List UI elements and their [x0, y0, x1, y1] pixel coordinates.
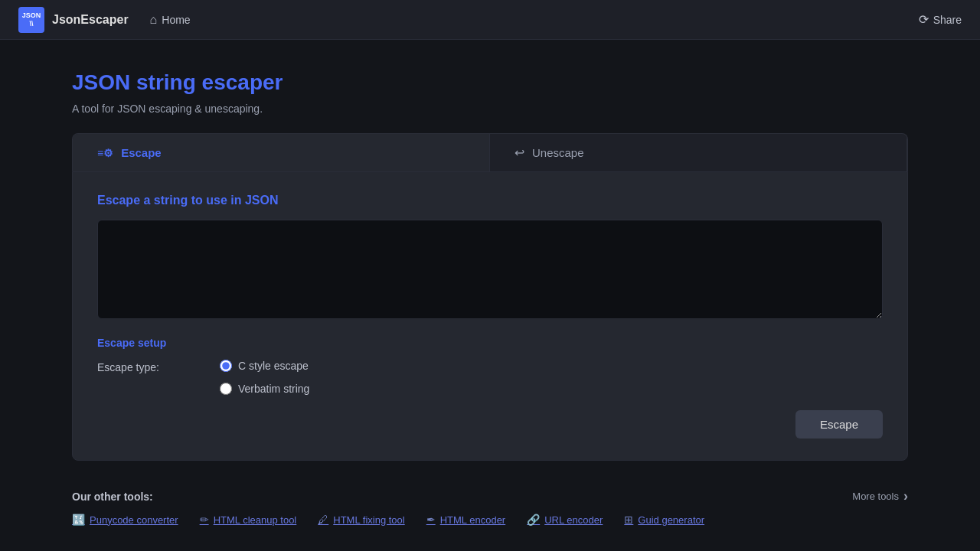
- tab-unescape-label: Unescape: [532, 146, 584, 159]
- radio-group: C style escape Verbatim string: [220, 360, 309, 395]
- navbar: JSON\\ JsonEscaper Home Share: [0, 0, 980, 40]
- page-title: JSON string escaper: [72, 70, 908, 95]
- tool-label-url-encoder: URL encoder: [544, 514, 603, 526]
- app-name: JsonEscaper: [52, 13, 129, 27]
- tool-icon-guid-generator: ⊞: [624, 514, 633, 526]
- chevron-right-icon: [903, 488, 908, 504]
- tool-label-html-fixing: HTML fixing tool: [333, 514, 404, 526]
- unescape-tab-icon: [514, 145, 524, 161]
- radio-c-style[interactable]: C style escape: [220, 360, 309, 372]
- footer-tools-header: Our other tools: More tools: [72, 488, 908, 504]
- share-button[interactable]: Share: [919, 12, 962, 27]
- tool-link-html-cleanup[interactable]: ✏HTML cleanup tool: [200, 514, 297, 526]
- tool-label-guid-generator: Guid generator: [638, 514, 704, 526]
- escape-tab-icon: [97, 145, 113, 161]
- tool-icon-punycode: 🔣: [72, 514, 85, 526]
- main-content: JSON string escaper A tool for JSON esca…: [54, 40, 926, 541]
- tools-list: 🔣Punycode converter✏HTML cleanup tool🖊HT…: [72, 514, 908, 526]
- home-link[interactable]: Home: [150, 13, 191, 27]
- share-label: Share: [933, 14, 962, 26]
- home-label: Home: [162, 14, 190, 26]
- tab-unescape[interactable]: Unescape: [490, 134, 907, 171]
- tool-panel: Escape a string to use in JSON Escape se…: [72, 171, 908, 461]
- home-icon: [150, 13, 158, 27]
- escape-setup-title: Escape setup: [97, 337, 883, 349]
- escape-type-row: Escape type: C style escape Verbatim str…: [97, 360, 883, 395]
- escape-button[interactable]: Escape: [795, 410, 883, 439]
- page-subtitle: A tool for JSON escaping & unescaping.: [72, 103, 908, 115]
- more-tools-label: More tools: [852, 491, 899, 502]
- radio-verbatim[interactable]: Verbatim string: [220, 383, 309, 395]
- tool-icon-html-fixing: 🖊: [318, 514, 328, 526]
- share-icon: [919, 12, 929, 27]
- other-tools-label: Our other tools:: [72, 491, 153, 503]
- radio-verbatim-label: Verbatim string: [238, 383, 309, 395]
- logo-box: JSON\\: [18, 7, 44, 33]
- tool-link-punycode[interactable]: 🔣Punycode converter: [72, 514, 178, 526]
- escape-type-label: Escape type:: [97, 360, 220, 373]
- tool-label-html-cleanup: HTML cleanup tool: [214, 514, 297, 526]
- tool-label-html-encoder: HTML encoder: [440, 514, 506, 526]
- section-title: Escape a string to use in JSON: [97, 194, 883, 207]
- tool-link-html-fixing[interactable]: 🖊HTML fixing tool: [318, 514, 404, 526]
- radio-c-style-input[interactable]: [220, 360, 232, 372]
- action-row: Escape: [97, 410, 883, 439]
- radio-c-style-label: C style escape: [238, 360, 309, 372]
- app-logo[interactable]: JSON\\ JsonEscaper: [18, 7, 129, 33]
- tool-icon-html-encoder: ✒: [426, 514, 436, 526]
- tab-escape[interactable]: Escape: [73, 134, 490, 171]
- tool-icon-html-cleanup: ✏: [200, 514, 209, 526]
- tool-link-html-encoder[interactable]: ✒HTML encoder: [426, 514, 506, 526]
- tab-escape-label: Escape: [121, 146, 162, 159]
- tool-icon-url-encoder: 🔗: [527, 514, 540, 526]
- more-tools-link[interactable]: More tools: [852, 488, 908, 504]
- tabs-container: Escape Unescape: [72, 133, 908, 171]
- footer-tools: Our other tools: More tools 🔣Punycode co…: [72, 476, 908, 526]
- tool-label-punycode: Punycode converter: [90, 514, 178, 526]
- tool-link-url-encoder[interactable]: 🔗URL encoder: [527, 514, 603, 526]
- escape-input[interactable]: [97, 220, 883, 319]
- tool-link-guid-generator[interactable]: ⊞Guid generator: [624, 514, 704, 526]
- radio-verbatim-input[interactable]: [220, 383, 232, 395]
